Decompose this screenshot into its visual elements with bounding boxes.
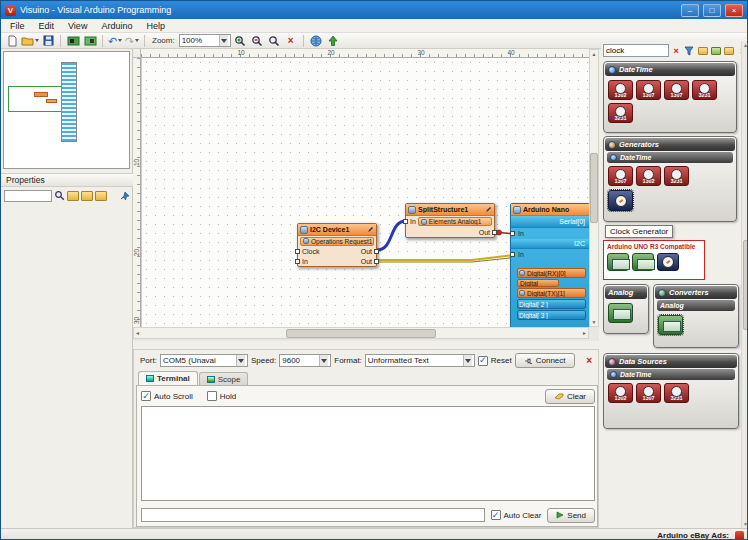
filter-funnel-icon[interactable] (683, 44, 695, 57)
tab-terminal[interactable]: Terminal (138, 371, 198, 385)
component-clock-generator[interactable] (608, 190, 633, 211)
scroll-thumb[interactable] (286, 329, 436, 338)
board-config-icon[interactable] (82, 34, 98, 48)
canvas-vertical-scrollbar[interactable]: ▲ ▼ (589, 49, 599, 327)
maximize-button[interactable]: □ (703, 4, 721, 17)
block-arduino-nano[interactable]: Arduino Nano Serial[0] In I2C In (510, 203, 589, 327)
terminal-output[interactable] (141, 406, 595, 501)
block-splitstructure1[interactable]: SplitStructure1 In Elements Analog1 Out (405, 203, 495, 238)
component-rtc-3231b[interactable]: 3231 (608, 103, 633, 123)
pin-out[interactable] (374, 259, 379, 264)
category-header-converters[interactable]: Converters (655, 286, 737, 299)
expand-all-icon[interactable] (95, 191, 107, 201)
send-input[interactable] (141, 508, 485, 522)
search-input[interactable] (603, 44, 669, 57)
auto-clear-row[interactable]: Auto Clear (491, 510, 542, 520)
format-select[interactable]: Unformatted Text (365, 354, 475, 367)
clear-button[interactable]: Clear (545, 389, 595, 404)
pin-out[interactable] (374, 249, 379, 254)
digital-3-channel[interactable]: Digital[ 3 ] (517, 310, 586, 320)
minimap-viewport[interactable] (8, 86, 66, 112)
digital-channel[interactable]: Digital (517, 279, 559, 287)
pin-in[interactable] (403, 219, 408, 224)
clear-search-icon[interactable]: × (670, 44, 682, 57)
category-view-icon[interactable] (67, 191, 79, 201)
pin-in[interactable] (295, 259, 300, 264)
subcategory-datetime[interactable]: DateTime (607, 152, 733, 163)
scroll-up-icon[interactable]: ▲ (592, 51, 597, 57)
minimap[interactable] (3, 51, 130, 169)
properties-filter-input[interactable] (4, 190, 52, 202)
upload-icon[interactable] (325, 34, 341, 48)
redo-icon[interactable]: ↷ (124, 34, 140, 48)
close-button[interactable]: × (725, 4, 743, 17)
component-rtc-3231[interactable]: 3231 (692, 80, 717, 100)
alphabetic-view-icon[interactable] (81, 191, 93, 201)
design-canvas[interactable]: I2C Device1 Operations Request1 Clock Ou… (141, 58, 589, 327)
hold-checkbox[interactable] (207, 391, 217, 401)
connect-button[interactable]: Connect (515, 353, 575, 368)
pin-out[interactable] (492, 230, 497, 235)
wire-out-to-split[interactable] (377, 221, 406, 250)
scroll-thumb[interactable] (590, 153, 598, 223)
speed-select[interactable]: 9600 (279, 354, 331, 367)
board-select-icon[interactable] (65, 34, 81, 48)
category-header-data-sources[interactable]: Data Sources (605, 355, 737, 368)
component-analog-converter[interactable] (658, 315, 683, 335)
pin-clock[interactable] (295, 249, 300, 254)
subcategory-analog[interactable]: Analog (657, 300, 735, 311)
component-chip[interactable] (632, 253, 654, 271)
digital-tx-channel[interactable]: Digital(TX)[1] (517, 288, 586, 298)
open-project-icon[interactable] (21, 34, 39, 48)
auto-clear-checkbox[interactable] (491, 510, 501, 520)
pin-serial-in[interactable] (510, 231, 515, 236)
wire-i2c-yellow[interactable] (377, 256, 510, 261)
expand-categories-icon[interactable] (710, 44, 722, 57)
zoom-reset-icon[interactable] (266, 34, 282, 48)
block-i2c-device1[interactable]: I2C Device1 Operations Request1 Clock Ou… (297, 223, 377, 267)
edit-pencil-icon[interactable] (367, 226, 374, 233)
reset-checkbox-row[interactable]: Reset (478, 356, 512, 366)
port-select[interactable]: COM5 (Unavai (160, 354, 248, 367)
undo-icon[interactable]: ↶ (107, 34, 123, 48)
category-view-icon[interactable] (697, 44, 709, 57)
block-header[interactable]: Arduino Nano (511, 204, 589, 216)
component-ds-3231[interactable]: 3231 (664, 383, 689, 403)
wire-i2c-dark[interactable] (377, 258, 510, 262)
canvas-horizontal-scrollbar[interactable]: ◄ ► (133, 327, 589, 339)
menu-file[interactable]: File (3, 20, 32, 32)
block-header[interactable]: SplitStructure1 (406, 204, 494, 216)
minimize-button[interactable]: – (681, 4, 699, 17)
wire-split-to-nano[interactable] (495, 232, 510, 234)
block-header[interactable]: I2C Device1 (298, 224, 376, 236)
component-rtc-1307[interactable]: 1307 (636, 80, 661, 100)
tab-scope[interactable]: Scope (199, 372, 249, 385)
category-header-generators[interactable]: Generators (605, 138, 735, 151)
zoom-in-icon[interactable] (232, 34, 248, 48)
help-web-icon[interactable] (308, 34, 324, 48)
new-project-icon[interactable] (4, 34, 20, 48)
digital-rx-channel[interactable]: Digital(RX)[0] (517, 268, 586, 278)
delete-icon[interactable]: × (283, 34, 299, 48)
component-gen-1307[interactable]: 1307 (608, 166, 633, 186)
component-chip[interactable] (657, 253, 679, 271)
send-button[interactable]: Send (547, 508, 595, 523)
subcategory-datetime[interactable]: DateTime (607, 369, 735, 380)
pin-panel-icon[interactable] (120, 187, 130, 205)
component-ds-1307[interactable]: 1307 (636, 383, 661, 403)
zoom-select[interactable]: 100% (179, 34, 231, 47)
collapse-categories-icon[interactable] (723, 44, 735, 57)
category-header-datetime[interactable]: DateTime (605, 63, 735, 76)
edit-pencil-icon[interactable] (485, 206, 492, 213)
menu-arduino[interactable]: Arduino (94, 20, 139, 32)
zoom-out-icon[interactable] (249, 34, 265, 48)
menu-help[interactable]: Help (139, 20, 172, 32)
auto-scroll-row[interactable]: Auto Scroll (141, 391, 193, 401)
close-panel-icon[interactable]: × (586, 355, 592, 366)
block-row-operations[interactable]: Operations Request1 (298, 236, 376, 246)
menu-view[interactable]: View (61, 20, 94, 32)
component-rtc-1307b[interactable]: 1307 (664, 80, 689, 100)
menu-edit[interactable]: Edit (32, 20, 62, 32)
scroll-right-icon[interactable]: ► (582, 330, 587, 336)
scroll-down-icon[interactable]: ▼ (743, 521, 748, 527)
